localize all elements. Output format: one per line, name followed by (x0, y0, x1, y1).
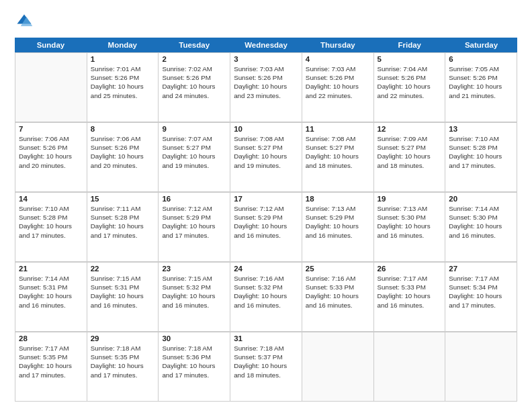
calendar-day-empty (302, 332, 374, 402)
daylight-text: Daylight: 10 hours (19, 361, 83, 370)
daylight-text-2: and 16 minutes. (19, 301, 83, 310)
calendar-day-19: 19Sunrise: 7:13 AMSunset: 5:30 PMDayligh… (374, 193, 446, 262)
calendar-day-20: 20Sunrise: 7:14 AMSunset: 5:30 PMDayligh… (445, 193, 517, 262)
sunset-text: Sunset: 5:27 PM (378, 143, 442, 152)
calendar-day-22: 22Sunrise: 7:15 AMSunset: 5:31 PMDayligh… (87, 263, 159, 332)
calendar-day-27: 27Sunrise: 7:17 AMSunset: 5:34 PMDayligh… (445, 263, 517, 332)
calendar-day-28: 28Sunrise: 7:17 AMSunset: 5:35 PMDayligh… (15, 332, 87, 402)
daylight-text: Daylight: 10 hours (234, 222, 298, 230)
daylight-text: Daylight: 10 hours (234, 152, 298, 161)
calendar-day-26: 26Sunrise: 7:17 AMSunset: 5:33 PMDayligh… (374, 263, 446, 332)
day-number: 16 (162, 195, 226, 203)
daylight-text-2: and 16 minutes. (234, 301, 298, 310)
calendar-week-4: 21Sunrise: 7:14 AMSunset: 5:31 PMDayligh… (15, 262, 517, 332)
sunrise-text: Sunrise: 7:02 AM (162, 64, 226, 73)
day-number: 31 (234, 334, 298, 342)
day-number: 21 (19, 265, 83, 273)
sunset-text: Sunset: 5:28 PM (91, 213, 155, 222)
daylight-text: Daylight: 10 hours (449, 222, 513, 230)
calendar-day-2: 2Sunrise: 7:02 AMSunset: 5:26 PMDaylight… (159, 53, 230, 122)
day-number: 19 (378, 195, 442, 203)
daylight-text-2: and 19 minutes. (162, 161, 226, 170)
day-number: 23 (162, 265, 226, 273)
calendar-day-6: 6Sunrise: 7:05 AMSunset: 5:26 PMDaylight… (445, 53, 517, 122)
sunset-text: Sunset: 5:28 PM (449, 143, 513, 152)
sunrise-text: Sunrise: 7:08 AM (234, 134, 298, 143)
daylight-text: Daylight: 10 hours (306, 152, 370, 161)
daylight-text-2: and 18 minutes. (306, 161, 370, 170)
sunrise-text: Sunrise: 7:10 AM (449, 134, 513, 143)
sunrise-text: Sunrise: 7:06 AM (91, 134, 155, 143)
calendar-day-30: 30Sunrise: 7:18 AMSunset: 5:36 PMDayligh… (159, 332, 230, 402)
daylight-text: Daylight: 10 hours (449, 82, 513, 91)
calendar-day-17: 17Sunrise: 7:12 AMSunset: 5:29 PMDayligh… (230, 193, 302, 262)
day-number: 30 (162, 334, 226, 342)
sunrise-text: Sunrise: 7:09 AM (378, 134, 442, 143)
header-cell-monday: Monday (87, 38, 159, 52)
sunset-text: Sunset: 5:30 PM (449, 213, 513, 222)
sunrise-text: Sunrise: 7:07 AM (162, 134, 226, 143)
sunrise-text: Sunrise: 7:12 AM (234, 204, 298, 213)
daylight-text: Daylight: 10 hours (162, 222, 226, 230)
day-number: 4 (306, 55, 370, 63)
daylight-text: Daylight: 10 hours (378, 291, 442, 300)
daylight-text: Daylight: 10 hours (449, 291, 513, 300)
calendar-body: 1Sunrise: 7:01 AMSunset: 5:26 PMDaylight… (15, 52, 517, 402)
sunrise-text: Sunrise: 7:11 AM (91, 204, 155, 213)
calendar-week-2: 7Sunrise: 7:06 AMSunset: 5:26 PMDaylight… (15, 122, 517, 192)
sunset-text: Sunset: 5:31 PM (91, 283, 155, 291)
sunset-text: Sunset: 5:26 PM (91, 73, 155, 82)
sunrise-text: Sunrise: 7:18 AM (234, 344, 298, 353)
daylight-text-2: and 16 minutes. (91, 301, 155, 310)
calendar-day-empty (15, 53, 87, 122)
calendar-day-11: 11Sunrise: 7:08 AMSunset: 5:27 PMDayligh… (302, 123, 374, 192)
sunrise-text: Sunrise: 7:16 AM (306, 274, 370, 283)
sunrise-text: Sunrise: 7:12 AM (162, 204, 226, 213)
daylight-text: Daylight: 10 hours (91, 361, 155, 370)
calendar-day-1: 1Sunrise: 7:01 AMSunset: 5:26 PMDaylight… (87, 53, 159, 122)
day-number: 3 (234, 55, 298, 63)
sunrise-text: Sunrise: 7:18 AM (162, 344, 226, 353)
logo-icon (15, 12, 34, 31)
daylight-text-2: and 25 minutes. (91, 91, 155, 100)
sunrise-text: Sunrise: 7:13 AM (378, 204, 442, 213)
header (15, 12, 517, 31)
daylight-text-2: and 17 minutes. (162, 231, 226, 240)
daylight-text: Daylight: 10 hours (378, 82, 442, 91)
sunset-text: Sunset: 5:37 PM (234, 353, 298, 361)
daylight-text-2: and 22 minutes. (378, 91, 442, 100)
header-cell-tuesday: Tuesday (159, 38, 230, 52)
daylight-text-2: and 17 minutes. (449, 301, 513, 310)
calendar-day-21: 21Sunrise: 7:14 AMSunset: 5:31 PMDayligh… (15, 263, 87, 332)
daylight-text-2: and 16 minutes. (378, 301, 442, 310)
day-number: 25 (306, 265, 370, 273)
sunset-text: Sunset: 5:32 PM (162, 283, 226, 291)
day-number: 17 (234, 195, 298, 203)
sunrise-text: Sunrise: 7:03 AM (306, 64, 370, 73)
sunrise-text: Sunrise: 7:08 AM (306, 134, 370, 143)
sunset-text: Sunset: 5:32 PM (234, 283, 298, 291)
sunset-text: Sunset: 5:33 PM (378, 283, 442, 291)
sunset-text: Sunset: 5:35 PM (19, 353, 83, 361)
daylight-text-2: and 16 minutes. (306, 301, 370, 310)
day-number: 20 (449, 195, 513, 203)
daylight-text-2: and 17 minutes. (91, 371, 155, 379)
daylight-text-2: and 16 minutes. (234, 231, 298, 240)
header-cell-saturday: Saturday (445, 38, 517, 52)
sunset-text: Sunset: 5:26 PM (91, 143, 155, 152)
sunset-text: Sunset: 5:29 PM (162, 213, 226, 222)
daylight-text: Daylight: 10 hours (162, 361, 226, 370)
day-number: 10 (234, 125, 298, 133)
sunrise-text: Sunrise: 7:05 AM (449, 64, 513, 73)
daylight-text: Daylight: 10 hours (234, 361, 298, 370)
day-number: 7 (19, 125, 83, 133)
sunset-text: Sunset: 5:27 PM (234, 143, 298, 152)
daylight-text: Daylight: 10 hours (162, 291, 226, 300)
daylight-text-2: and 16 minutes. (162, 301, 226, 310)
sunset-text: Sunset: 5:29 PM (234, 213, 298, 222)
daylight-text: Daylight: 10 hours (19, 291, 83, 300)
daylight-text: Daylight: 10 hours (19, 222, 83, 230)
daylight-text: Daylight: 10 hours (91, 291, 155, 300)
calendar-day-18: 18Sunrise: 7:13 AMSunset: 5:29 PMDayligh… (302, 193, 374, 262)
day-number: 11 (306, 125, 370, 133)
